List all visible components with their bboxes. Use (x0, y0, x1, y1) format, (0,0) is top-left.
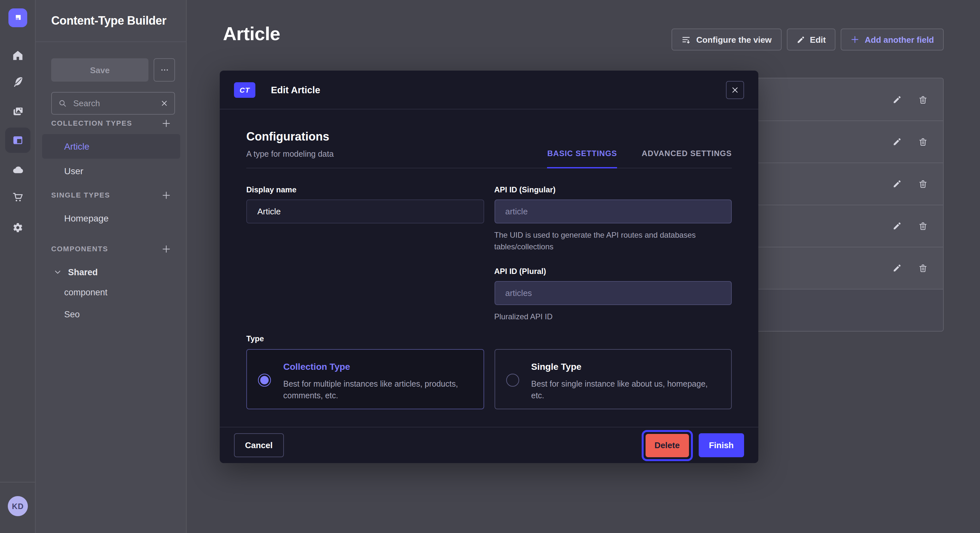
strapi-logo-icon (13, 13, 23, 23)
settings-gear-icon[interactable] (5, 215, 30, 240)
single-type-card[interactable]: Single Type Best for single instance lik… (494, 349, 732, 409)
footer-actions: Delete Finish (641, 430, 744, 461)
add-component-icon[interactable] (161, 244, 171, 254)
modal-footer: Cancel Delete Finish (220, 427, 758, 463)
add-another-field-button[interactable]: Add another field (841, 29, 944, 51)
edit-field-icon[interactable] (889, 260, 905, 276)
content-type-builder-sidebar: Content-Type Builder Save COLLECTION TYP… (36, 0, 187, 533)
settings-tabs: BASIC SETTINGS ADVANCED SETTINGS (547, 149, 732, 168)
content-type-builder-icon[interactable] (5, 128, 30, 153)
section-label: COMPONENTS (51, 245, 108, 252)
delete-field-icon[interactable] (915, 91, 931, 108)
api-id-plural-input[interactable] (494, 281, 732, 305)
edit-field-icon[interactable] (889, 217, 905, 235)
edit-field-icon[interactable] (889, 133, 905, 150)
api-id-plural-help: Pluralized API ID (494, 311, 732, 322)
more-options-button[interactable] (154, 58, 175, 82)
app: KD Content-Type Builder Save COLLECTION … (0, 0, 980, 533)
finish-button[interactable]: Finish (698, 433, 744, 457)
section-label: SINGLE TYPES (51, 191, 110, 199)
configurations-header: Configurations A type for modeling data … (246, 130, 732, 168)
close-modal-button[interactable] (726, 81, 744, 99)
search-icon (58, 99, 67, 108)
api-id-plural-label: API ID (Plural) (494, 267, 732, 276)
edit-article-modal: CT Edit Article Configurations A type fo… (220, 71, 758, 463)
search-input[interactable] (72, 98, 156, 109)
api-id-plural-field: API ID (Plural) Pluralized API ID (494, 267, 732, 322)
configurations-title: Configurations (246, 130, 334, 144)
add-single-type-icon[interactable] (161, 190, 171, 200)
api-id-singular-label: API ID (Singular) (494, 185, 732, 194)
modal-title: Edit Article (271, 84, 320, 95)
cancel-button[interactable]: Cancel (234, 433, 283, 457)
sidebar-item-homepage[interactable]: Homepage (42, 206, 180, 230)
content-type-badge: CT (234, 82, 255, 97)
api-id-singular-field: API ID (Singular) The UID is used to gen… (494, 185, 732, 252)
header-actions: Configure the view Edit Add another fiel… (672, 29, 944, 51)
display-name-field: Display name (246, 185, 484, 252)
sidebar-title: Content-Type Builder (51, 0, 166, 41)
configure-list-icon (681, 35, 691, 44)
single-types-section-header: SINGLE TYPES (51, 190, 171, 200)
sidebar-item-user[interactable]: User (42, 159, 180, 183)
single-type-title: Single Type (531, 362, 581, 372)
delete-field-icon[interactable] (915, 217, 931, 235)
page-title: Article (223, 23, 280, 45)
display-name-input[interactable] (246, 200, 484, 224)
sidebar-title-divider (36, 41, 187, 42)
plus-icon (850, 35, 859, 44)
delete-field-icon[interactable] (915, 176, 931, 192)
components-section-header: COMPONENTS (51, 244, 171, 254)
type-label: Type (246, 334, 732, 343)
configure-view-button[interactable]: Configure the view (672, 29, 782, 51)
feather-icon[interactable] (5, 69, 30, 95)
grid-spacer (246, 267, 484, 322)
collection-type-radio[interactable] (258, 374, 271, 387)
tab-basic-settings[interactable]: BASIC SETTINGS (547, 149, 617, 168)
display-name-label: Display name (246, 185, 484, 194)
sidebar-item-seo[interactable]: Seo (42, 303, 180, 325)
sidebar-item-component[interactable]: component (42, 281, 180, 303)
home-icon[interactable] (5, 43, 30, 68)
user-avatar[interactable]: KD (8, 496, 28, 516)
strapi-logo[interactable] (8, 8, 27, 27)
collection-type-card[interactable]: Collection Type Best for multiple instan… (246, 349, 484, 409)
delete-button[interactable]: Delete (645, 434, 689, 457)
api-id-singular-input[interactable] (494, 200, 732, 224)
edit-field-icon[interactable] (889, 176, 905, 192)
edit-button[interactable]: Edit (786, 29, 835, 51)
cloud-icon[interactable] (5, 157, 30, 182)
save-button[interactable]: Save (51, 58, 148, 82)
fields-grid: Display name API ID (Singular) The UID i… (246, 185, 732, 322)
collection-type-description: Best for multiple instances like article… (283, 378, 471, 402)
modal-header: CT Edit Article (220, 71, 758, 109)
media-library-icon[interactable] (5, 98, 30, 124)
collection-types-section-header: COLLECTION TYPES (51, 118, 171, 128)
api-id-singular-help: The UID is used to generate the API rout… (494, 229, 732, 252)
clear-search-icon[interactable] (161, 100, 168, 107)
rail-divider (0, 482, 36, 482)
type-options: Collection Type Best for multiple instan… (246, 349, 732, 409)
modal-body: Configurations A type for modeling data … (246, 109, 732, 409)
nav-rail: KD (0, 0, 36, 533)
ellipsis-icon (160, 65, 169, 75)
close-icon (731, 86, 739, 94)
add-collection-type-icon[interactable] (161, 118, 171, 128)
chevron-down-icon (54, 268, 62, 276)
single-type-description: Best for single instance like about us, … (531, 378, 719, 402)
pencil-icon (796, 35, 805, 44)
delete-field-icon[interactable] (915, 260, 931, 276)
section-label: COLLECTION TYPES (51, 119, 132, 127)
collection-type-title: Collection Type (283, 362, 350, 372)
sidebar-item-article[interactable]: Article (42, 134, 180, 159)
search-box (51, 92, 175, 115)
tab-advanced-settings[interactable]: ADVANCED SETTINGS (642, 149, 732, 168)
delete-button-focus-ring: Delete (641, 430, 692, 461)
single-type-radio[interactable] (506, 374, 519, 387)
marketplace-cart-icon[interactable] (5, 185, 30, 210)
configurations-subtitle: A type for modeling data (246, 150, 334, 168)
edit-field-icon[interactable] (889, 91, 905, 108)
delete-field-icon[interactable] (915, 133, 931, 150)
sidebar-group-shared[interactable]: Shared (42, 260, 180, 284)
